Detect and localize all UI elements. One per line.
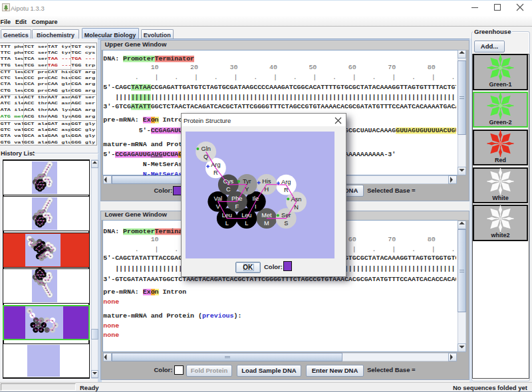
svg-text:Leu: Leu [222, 212, 232, 219]
svg-text:L: L [225, 220, 229, 227]
svg-text:F: F [235, 203, 239, 209]
svg-text:R: R [213, 169, 218, 176]
svg-text:Cys: Cys [223, 178, 234, 185]
svg-text:Arg: Arg [281, 178, 291, 185]
svg-text:H: H [265, 186, 269, 193]
svg-text:M: M [264, 220, 269, 227]
svg-text:Gln: Gln [201, 145, 211, 151]
svg-text:Ser: Ser [281, 212, 291, 219]
svg-text:His: His [262, 178, 271, 185]
svg-text:L: L [245, 220, 248, 227]
svg-text:I: I [255, 203, 257, 209]
svg-text:Val: Val [214, 195, 223, 201]
svg-text:Ile: Ile [253, 195, 259, 201]
svg-text:Met: Met [261, 212, 272, 219]
svg-text:Q: Q [203, 153, 208, 159]
svg-text:Y: Y [245, 186, 249, 193]
svg-text:Arg: Arg [211, 161, 220, 168]
svg-text:S: S [284, 220, 288, 227]
svg-text:V: V [216, 203, 221, 209]
svg-text:Leu: Leu [241, 212, 251, 219]
svg-text:C: C [226, 186, 231, 193]
svg-text:Asn: Asn [291, 195, 302, 202]
svg-text:Tyr: Tyr [243, 178, 251, 185]
svg-text:N: N [294, 203, 299, 210]
svg-text:Phe: Phe [231, 195, 242, 201]
svg-text:R: R [284, 186, 289, 193]
